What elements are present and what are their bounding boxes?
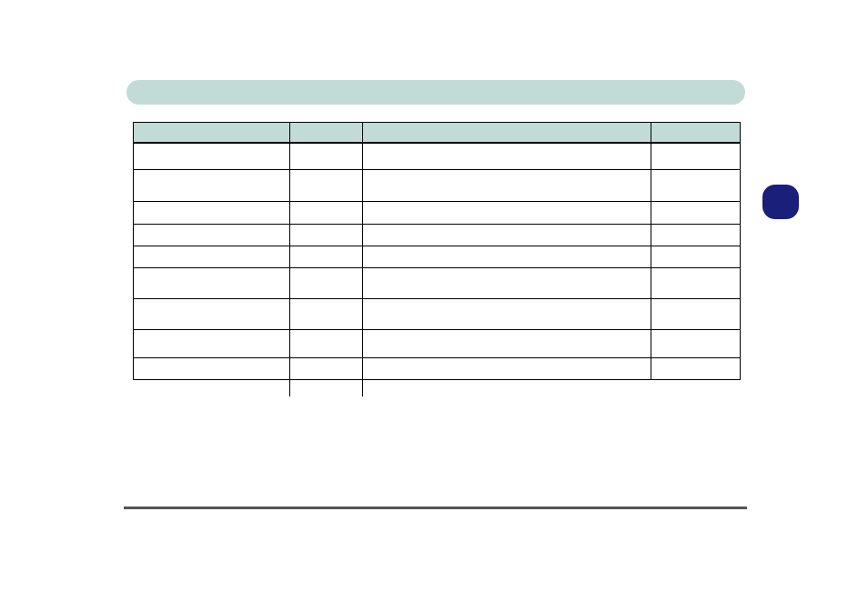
table-cell: [134, 143, 290, 170]
table-row: [134, 143, 741, 170]
table-cell: [651, 246, 741, 268]
table-cell: [290, 246, 363, 268]
table-header-cell: [363, 123, 651, 143]
table-header-cell: [290, 123, 363, 143]
table-cell: [134, 358, 290, 380]
table-cell: [363, 143, 651, 170]
section-title-bar: [126, 80, 745, 105]
table-row: [134, 358, 741, 380]
table-row: [134, 225, 741, 246]
table-cell: [290, 268, 363, 299]
table-row: [134, 380, 741, 396]
table-cell: [363, 246, 651, 268]
table-cell: [651, 202, 741, 225]
table-header-row: [134, 123, 741, 143]
table-cell: [363, 380, 651, 396]
table-cell: [651, 170, 741, 202]
table-row: [134, 330, 741, 358]
table-cell: [651, 268, 741, 299]
table-header-cell: [651, 123, 741, 143]
table-cell: [651, 330, 741, 358]
table-cell: [651, 380, 741, 396]
table-cell: [134, 202, 290, 225]
table-cell: [290, 358, 363, 380]
table-cell: [651, 299, 741, 330]
table-row: [134, 202, 741, 225]
main-table: [133, 122, 741, 396]
table-cell: [290, 380, 363, 396]
table-row: [134, 299, 741, 330]
table-cell: [651, 143, 741, 170]
table-row: [134, 246, 741, 268]
table-cell: [363, 299, 651, 330]
table-cell: [363, 170, 651, 202]
table-cell: [651, 358, 741, 380]
table-cell: [363, 225, 651, 246]
table-cell: [134, 299, 290, 330]
table-cell: [134, 380, 290, 396]
table-cell: [134, 330, 290, 358]
table-cell: [134, 170, 290, 202]
table-cell: [290, 170, 363, 202]
table-cell: [290, 225, 363, 246]
table-cell: [363, 202, 651, 225]
table-cell: [290, 143, 363, 170]
table-cell: [290, 299, 363, 330]
table-cell: [134, 268, 290, 299]
table-cell: [134, 246, 290, 268]
table-cell: [651, 225, 741, 246]
table-cell: [134, 225, 290, 246]
table-cell: [363, 268, 651, 299]
table-cell: [290, 330, 363, 358]
main-table-container: [133, 122, 741, 396]
table-cell: [363, 358, 651, 380]
table-row: [134, 170, 741, 202]
side-tab[interactable]: [762, 185, 799, 219]
table-row: [134, 268, 741, 299]
table-header-cell: [134, 123, 290, 143]
table-cell: [290, 202, 363, 225]
footer-divider: [124, 507, 747, 509]
table-cell: [363, 330, 651, 358]
